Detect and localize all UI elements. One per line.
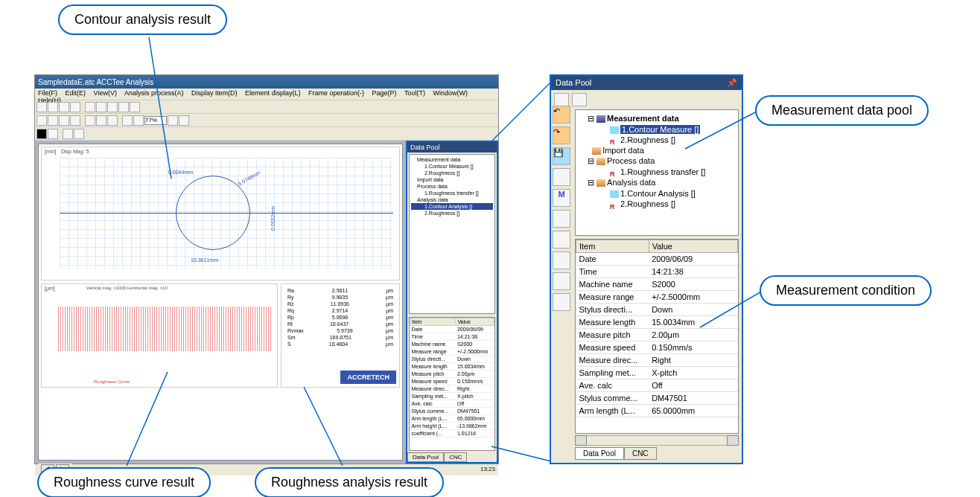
redo-icon[interactable]: ↷ [553, 126, 570, 144]
table-row[interactable]: Machine nameS2000 [410, 341, 494, 348]
node-contour-measure[interactable]: 1.Contour Measure [] [579, 124, 735, 135]
table-row[interactable]: Stylus comme...DM47501 [410, 408, 494, 415]
table-row[interactable]: Ave. calcOff [410, 400, 494, 408]
tool-copy-icon[interactable] [96, 102, 106, 112]
contour-chart[interactable]: [mm] Disp Mag: 5 0.0044mm 5.0748mm 10.36… [41, 147, 400, 280]
table-row[interactable]: Stylus comme...DM47501 [576, 392, 738, 405]
menu-edit[interactable]: Edit(E) [66, 89, 86, 97]
filter-icon[interactable] [553, 272, 570, 290]
menu-tool[interactable]: Tool(T) [404, 89, 425, 97]
layer-icon[interactable] [63, 129, 73, 139]
node-roughness-1[interactable]: 2.Roughness [] [579, 135, 735, 145]
menu-frame[interactable]: Frame operation(-) [308, 89, 364, 97]
condition-table[interactable]: ItemValueDate2009/06/09Time14:21:38Machi… [575, 239, 739, 434]
tool-redo-icon[interactable] [130, 102, 140, 112]
tool-new-icon[interactable] [36, 102, 47, 112]
tree-analysis[interactable]: Analysis data [411, 196, 493, 203]
color-black-icon[interactable] [36, 129, 47, 139]
node-process[interactable]: ⊟ Process data [579, 155, 735, 167]
table-row[interactable]: Measure speed0.150mm/s [410, 378, 494, 385]
menu-view[interactable]: View(V) [94, 89, 117, 97]
table-row[interactable]: Measure pitch2.00μm [576, 329, 738, 342]
measure-radius-icon[interactable] [107, 115, 118, 126]
shape-arc-icon[interactable] [70, 115, 80, 126]
list-icon[interactable] [553, 251, 570, 269]
zoom-field[interactable] [144, 116, 167, 125]
table-row[interactable]: Measure range+/-2.5000mm [576, 291, 738, 304]
table-row[interactable]: Stylus directi...Down [410, 356, 494, 363]
table-row[interactable]: Machine nameS2000 [576, 278, 738, 291]
table-row[interactable]: Measure range+/-2.5000mm [410, 348, 494, 356]
menu-analysis[interactable]: Analysis process(A) [124, 89, 184, 97]
edit-icon[interactable] [572, 93, 587, 106]
export-icon[interactable] [553, 210, 570, 228]
menu-element[interactable]: Element display(L) [245, 89, 301, 97]
settings-icon[interactable] [553, 231, 570, 248]
table-row[interactable]: Time14:21:38 [576, 266, 738, 278]
tool-undo-icon[interactable] [118, 102, 129, 112]
table-row[interactable]: Arm length (L...65.0000mm [576, 405, 738, 417]
tool-paste-icon[interactable] [107, 102, 118, 112]
shape-rect-icon[interactable] [48, 115, 58, 126]
table-row[interactable]: Arm length (L...65.0000mm [410, 415, 494, 423]
chart-icon[interactable]: M [553, 189, 570, 207]
node-contour-analysis[interactable]: 1.Contour Analysis [] [579, 188, 735, 199]
tool-print-icon[interactable] [70, 102, 80, 112]
save-icon[interactable]: 💾 [553, 147, 570, 165]
pin-icon[interactable]: 📌 [727, 78, 737, 88]
table-row[interactable]: Date2009/06/09 [410, 326, 494, 333]
tree-contour-analysis[interactable]: 1.Contour Analysis [] [411, 203, 493, 210]
node-import[interactable]: Import data [579, 145, 735, 155]
table-row[interactable]: Sampling met...X-pitch [410, 393, 494, 400]
table-row[interactable]: Measure length15.0034mm [410, 363, 494, 371]
table-row[interactable]: Sampling met...X-pitch [576, 367, 738, 379]
tab-cnc-small[interactable]: CNC [444, 452, 467, 462]
table-row[interactable]: Date2009/06/09 [576, 253, 738, 266]
datapool-tree[interactable]: ⊟ Measurement data 1.Contour Measure [] … [575, 109, 739, 236]
tree-measurement[interactable]: Measurement data [411, 156, 493, 163]
node-analysis[interactable]: ⊟ Analysis data [579, 177, 735, 188]
table-row[interactable]: Ave. calcOff [576, 379, 738, 392]
roughness-curve-chart[interactable]: [μm] Vertical mag. ×1000 Horizontal mag.… [41, 283, 278, 388]
table-row[interactable]: Measure speed0.150mm/s [576, 342, 738, 354]
measure-dist-icon[interactable] [85, 115, 95, 126]
shape-circle-icon[interactable] [59, 115, 69, 126]
tool-cut-icon[interactable] [85, 102, 95, 112]
cond-table-small[interactable]: ItemValueDate2009/06/09Time14:21:38Machi… [409, 317, 495, 451]
menu-page[interactable]: Page(P) [372, 89, 397, 97]
tool-save-icon[interactable] [59, 102, 69, 112]
table-row[interactable]: Measure pitch2.00μm [410, 371, 494, 378]
h-scrollbar[interactable] [575, 435, 739, 446]
tab-cnc[interactable]: CNC [624, 447, 657, 460]
shape-line-icon[interactable] [36, 115, 47, 126]
table-row[interactable]: Time14:21:38 [410, 333, 494, 341]
tree-process[interactable]: Process data [411, 183, 493, 190]
play-icon[interactable] [74, 129, 84, 139]
measure-angle-icon[interactable] [96, 115, 106, 126]
zoom-out-icon[interactable] [179, 115, 189, 126]
grid-icon[interactable] [122, 115, 133, 126]
node-measurement[interactable]: ⊟ Measurement data [579, 113, 735, 124]
table-row[interactable]: Measure direc...Right [576, 354, 738, 367]
tree-rough-transfer[interactable]: 1.Roughness transfer [] [411, 190, 493, 196]
tool-open-icon[interactable] [48, 102, 58, 112]
menu-window[interactable]: Window(W) [433, 89, 468, 97]
table-row[interactable]: Measure direc...Right [410, 385, 494, 393]
menu-file[interactable]: File(F) [38, 89, 57, 97]
node-roughness-2[interactable]: 2.Roughness [] [579, 199, 735, 209]
table-row[interactable]: coefficient (...1.01216 [410, 430, 494, 437]
open-icon[interactable] [553, 168, 570, 186]
tree-small[interactable]: Measurement data 1.Contour Measure [] 2.… [409, 154, 495, 314]
snap-icon[interactable] [133, 115, 144, 126]
table-row[interactable]: Measure length15.0034mm [576, 316, 738, 329]
table-row[interactable]: Stylus directi...Down [576, 304, 738, 316]
menu-display[interactable]: Display item(D) [191, 89, 238, 97]
tab-datapool[interactable]: Data Pool [575, 447, 624, 460]
play-icon[interactable] [554, 93, 569, 106]
color-picker-icon[interactable] [48, 129, 58, 139]
tree-contour-measure[interactable]: 1.Contour Measure [] [411, 163, 493, 170]
zoom-in-icon[interactable] [168, 115, 178, 126]
tree-roughness-1[interactable]: 2.Roughness [] [411, 170, 493, 176]
small-tabs[interactable]: Data Pool CNC [407, 452, 497, 462]
tree-import[interactable]: Import data [411, 176, 493, 183]
